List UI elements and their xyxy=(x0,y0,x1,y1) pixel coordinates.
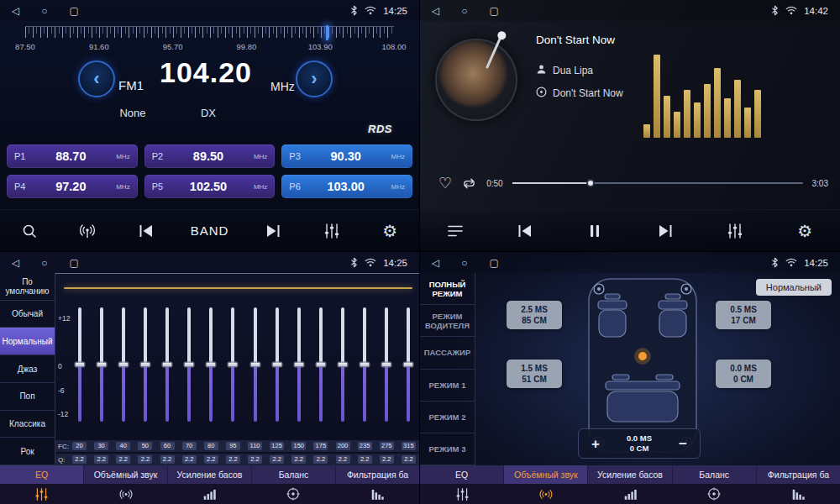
eq-slider-handle[interactable] xyxy=(118,362,129,368)
surround-preset-button[interactable]: Нормальный xyxy=(756,279,832,296)
eq-band-slider[interactable] xyxy=(358,307,372,422)
eq-band-slider[interactable] xyxy=(72,307,87,422)
bass-boost-icon[interactable] xyxy=(168,484,252,504)
eq-band-slider[interactable] xyxy=(116,307,130,422)
eq-preset-pop[interactable]: Поп xyxy=(0,383,55,411)
balance-target-icon[interactable] xyxy=(251,484,335,504)
mode-full[interactable]: ПОЛНЫЙ РЕЖИМ xyxy=(420,273,475,305)
eq-mixer-icon[interactable] xyxy=(0,484,84,504)
eq-preset-classic[interactable]: Классика xyxy=(0,411,55,438)
eq-band-slider[interactable] xyxy=(402,307,416,422)
eq-band-slider[interactable] xyxy=(204,307,218,422)
home-button[interactable]: ○ xyxy=(461,6,467,16)
preset-button-p3[interactable]: P3 90.30 MHz xyxy=(281,144,412,168)
prev-station-button[interactable] xyxy=(132,214,160,248)
bass-boost-icon[interactable] xyxy=(588,484,672,504)
eq-band-slider[interactable] xyxy=(291,307,306,422)
settings-gear-icon[interactable]: ⚙ xyxy=(790,214,819,248)
repeat-icon[interactable] xyxy=(461,177,477,190)
eq-slider-handle[interactable] xyxy=(162,362,173,368)
tab-balance[interactable]: Баланс xyxy=(252,465,336,484)
tab-balance[interactable]: Баланс xyxy=(673,465,757,484)
surround-icon[interactable] xyxy=(504,484,588,504)
next-station-button[interactable] xyxy=(259,214,287,248)
eq-slider-handle[interactable] xyxy=(360,362,370,368)
delay-front-right[interactable]: 0.5 MS 17 CM xyxy=(716,301,771,329)
home-button[interactable]: ○ xyxy=(41,6,47,16)
tuner-scan-button[interactable] xyxy=(73,214,102,248)
eq-slider-handle[interactable] xyxy=(338,362,349,368)
home-button[interactable]: ○ xyxy=(41,258,47,268)
tune-down-button[interactable]: ‹ xyxy=(78,60,115,97)
eq-band-slider[interactable] xyxy=(160,307,175,422)
recents-button[interactable]: ▢ xyxy=(489,258,498,268)
eq-band-slider[interactable] xyxy=(226,307,240,422)
tab-surround[interactable]: Объёмный звук xyxy=(84,465,168,484)
eq-mixer-icon[interactable] xyxy=(420,484,504,504)
progress-knob[interactable] xyxy=(586,179,595,187)
eq-preset-custom[interactable]: Обычай xyxy=(0,301,55,328)
preset-button-p6[interactable]: P6 103.00 MHz xyxy=(281,175,412,198)
recents-button[interactable]: ▢ xyxy=(69,6,78,16)
band-button[interactable]: BAND xyxy=(191,214,229,248)
eq-band-slider[interactable] xyxy=(336,307,350,422)
pause-button[interactable] xyxy=(580,214,609,248)
eq-slider-handle[interactable] xyxy=(271,362,282,368)
eq-band-slider[interactable] xyxy=(182,307,197,422)
eq-band-slider[interactable] xyxy=(270,307,284,422)
tab-bass-boost[interactable]: Усиление басов xyxy=(168,465,252,484)
eq-slider-handle[interactable] xyxy=(249,362,260,368)
preset-button-p4[interactable]: P4 97.20 MHz xyxy=(7,175,138,198)
tab-eq[interactable]: EQ xyxy=(0,465,84,484)
mode-3[interactable]: РЕЖИМ 3 xyxy=(420,433,475,465)
decrease-delay-button[interactable]: − xyxy=(675,437,691,451)
tab-eq[interactable]: EQ xyxy=(420,465,504,484)
tab-filter[interactable]: Фильтрация ба xyxy=(757,465,840,484)
filter-icon[interactable] xyxy=(756,484,840,504)
back-button[interactable]: ◁ xyxy=(12,258,19,268)
eq-slider-handle[interactable] xyxy=(184,362,195,368)
eq-slider-handle[interactable] xyxy=(403,362,414,368)
recents-button[interactable]: ▢ xyxy=(489,6,498,16)
eq-slider-handle[interactable] xyxy=(74,362,85,368)
eq-slider-handle[interactable] xyxy=(381,362,392,368)
eq-band-slider[interactable] xyxy=(313,307,328,422)
eq-slider-handle[interactable] xyxy=(206,362,217,368)
prev-track-button[interactable] xyxy=(511,214,539,248)
eq-preset-rock[interactable]: Рок xyxy=(0,438,55,465)
eq-band-slider[interactable] xyxy=(94,307,108,422)
delay-front-left[interactable]: 2.5 MS 85 CM xyxy=(507,301,562,329)
eq-band-slider[interactable] xyxy=(248,307,262,422)
back-button[interactable]: ◁ xyxy=(432,258,439,268)
balance-target-icon[interactable] xyxy=(672,484,756,504)
filter-icon[interactable] xyxy=(335,484,419,504)
mode-2[interactable]: РЕЖИМ 2 xyxy=(420,402,475,433)
eq-mixer-icon[interactable] xyxy=(318,214,346,248)
increase-delay-button[interactable]: + xyxy=(587,437,604,451)
eq-band-slider[interactable] xyxy=(380,307,394,422)
back-button[interactable]: ◁ xyxy=(432,6,439,16)
mode-1[interactable]: РЕЖИМ 1 xyxy=(420,370,475,402)
eq-preset-default[interactable]: По умолчанию xyxy=(0,273,55,301)
eq-slider-handle[interactable] xyxy=(96,362,107,368)
mode-passenger[interactable]: ПАССАЖИР xyxy=(420,337,475,369)
tab-surround[interactable]: Объёмный звук xyxy=(504,465,588,484)
search-stations-button[interactable] xyxy=(15,214,44,248)
eq-mixer-icon[interactable] xyxy=(721,214,749,248)
preset-button-p2[interactable]: P2 89.50 MHz xyxy=(144,144,276,168)
delay-rear-left[interactable]: 1.5 MS 51 CM xyxy=(507,360,562,388)
surround-icon[interactable] xyxy=(84,484,168,504)
preset-button-p5[interactable]: P5 102.50 MHz xyxy=(144,175,276,198)
eq-slider-handle[interactable] xyxy=(228,362,239,368)
eq-slider-handle[interactable] xyxy=(315,362,326,368)
tab-bass-boost[interactable]: Усиление басов xyxy=(588,465,672,484)
eq-slider-handle[interactable] xyxy=(293,362,304,368)
recents-button[interactable]: ▢ xyxy=(69,258,78,268)
home-button[interactable]: ○ xyxy=(461,258,467,268)
playlist-icon[interactable] xyxy=(441,214,470,248)
eq-preset-jazz[interactable]: Джаз xyxy=(0,355,55,383)
eq-preset-normal[interactable]: Нормальный xyxy=(0,328,55,355)
eq-band-slider[interactable] xyxy=(138,307,152,422)
tune-up-button[interactable]: › xyxy=(296,60,333,97)
delay-rear-right[interactable]: 0.0 MS 0 CM xyxy=(716,360,771,388)
